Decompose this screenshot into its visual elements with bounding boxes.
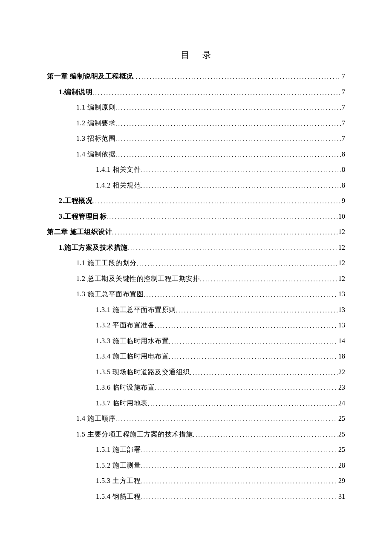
toc-entry-leader xyxy=(141,479,337,485)
toc-entry-label: 1.5.2 施工测量 xyxy=(96,462,141,469)
toc-entry-page: 8 xyxy=(341,151,345,158)
toc-entry: 1.1 编制原则7 xyxy=(47,104,345,111)
toc-entry-label: 1.3 施工总平面布置图 xyxy=(76,291,144,298)
toc-entry: 1.3.6 临时设施布置23 xyxy=(47,384,345,391)
toc-entry-leader xyxy=(169,339,337,345)
toc-entry-leader xyxy=(141,448,337,454)
toc-entry: 1.施工方案及技术措施12 xyxy=(47,244,345,251)
toc-entry-page: 22 xyxy=(337,369,345,376)
toc-entry-label: 1.3.3 施工临时用水布置 xyxy=(96,338,169,344)
toc-entry-leader xyxy=(92,199,341,205)
toc-entry-label: 1.4.2 相关规范 xyxy=(96,182,141,189)
toc-entry-page: 9 xyxy=(341,197,345,204)
toc-entry-leader xyxy=(115,121,341,127)
toc-entry-page: 7 xyxy=(341,73,345,80)
toc-entry-leader xyxy=(115,136,341,142)
toc-entry-page: 7 xyxy=(341,135,345,142)
toc-entry: 1.5.4 钢筋工程31 xyxy=(47,493,345,500)
toc-entry: 1.3 施工总平面布置图13 xyxy=(47,291,345,298)
toc-entry: 1.3.5 现场临时道路及交通组织22 xyxy=(47,369,345,376)
toc-entry-leader xyxy=(141,463,337,469)
toc-entry-label: 1.2 编制要求 xyxy=(76,120,115,127)
toc-entry-leader xyxy=(137,261,338,267)
toc-entry-label: 1.3.4 施工临时用电布置 xyxy=(96,353,169,360)
toc-entry-page: 12 xyxy=(337,260,345,266)
toc-entry-leader xyxy=(115,152,341,158)
toc-entry-leader xyxy=(155,385,337,391)
toc-entry-label: 1.5.4 钢筋工程 xyxy=(96,493,141,500)
toc-entry-leader xyxy=(107,214,337,220)
toc-entry-leader xyxy=(133,74,341,80)
toc-entry-label: 1.5 主要分项工程施工方案的技术措施 xyxy=(76,431,193,438)
toc-entry: 第一章 编制说明及工程概况7 xyxy=(47,73,345,80)
toc-entry-page: 13 xyxy=(337,322,345,329)
toc-entry: 2.工程概况9 xyxy=(47,197,345,204)
toc-entry: 1.4 施工顺序25 xyxy=(47,415,345,422)
toc-entry-label: 3.工程管理目标 xyxy=(59,213,107,220)
toc-entry-leader xyxy=(190,370,338,376)
toc-entry-page: 31 xyxy=(337,493,345,500)
toc-entry-page: 25 xyxy=(337,431,345,438)
toc-entry-leader xyxy=(141,183,341,189)
toc-entry-page: 8 xyxy=(341,182,345,189)
toc-entry-page: 10 xyxy=(337,213,345,220)
toc-entry: 1.2 总工期及关键性的控制工程工期安排12 xyxy=(47,275,345,282)
toc-entry-label: 1.3.6 临时设施布置 xyxy=(96,384,155,391)
toc-entry-page: 18 xyxy=(337,353,345,360)
toc-entry-leader xyxy=(115,416,337,422)
toc-entry-label: 1.2 总工期及关键性的控制工程工期安排 xyxy=(76,275,200,282)
toc-entry-leader xyxy=(141,168,341,173)
toc-entry-page: 7 xyxy=(341,120,345,127)
toc-entry-label: 1.4 施工顺序 xyxy=(76,415,115,422)
toc-entry: 1.5 主要分项工程施工方案的技术措施25 xyxy=(47,431,345,438)
toc-entry: 1.编制说明7 xyxy=(47,89,345,95)
toc-entry-leader xyxy=(176,308,338,314)
toc-entry-leader xyxy=(155,323,337,329)
toc-entry-leader xyxy=(193,432,338,438)
toc-entry-label: 1.1 施工工段的划分 xyxy=(76,260,137,266)
toc-entry-label: 1.5.1 施工部署 xyxy=(96,446,141,453)
toc-entry-label: 第二章 施工组织设计 xyxy=(47,228,112,235)
toc-entry: 1.3.2 平面布置准备13 xyxy=(47,322,345,329)
toc-entry: 1.3.7 临时用地表24 xyxy=(47,400,345,407)
toc-entry-label: 1.1 编制原则 xyxy=(76,104,115,111)
toc-entry-label: 1.3.2 平面布置准备 xyxy=(96,322,155,329)
toc-entry: 1.5.3 土方工程29 xyxy=(47,477,345,484)
toc-entry-label: 1.3.7 临时用地表 xyxy=(96,400,148,407)
toc-entry-label: 1.4 编制依据 xyxy=(76,151,115,158)
toc-entry-label: 1.施工方案及技术措施 xyxy=(59,244,128,251)
toc-entry-page: 7 xyxy=(341,89,345,95)
toc-entry-leader xyxy=(115,105,341,111)
toc-entry-page: 12 xyxy=(337,244,345,251)
toc-entry: 1.4.2 相关规范8 xyxy=(47,182,345,189)
toc-entry: 1.4 编制依据8 xyxy=(47,151,345,158)
toc-entry-label: 1.3.5 现场临时道路及交通组织 xyxy=(96,369,190,376)
toc-entry: 第二章 施工组织设计12 xyxy=(47,228,345,235)
toc-entry-page: 29 xyxy=(337,477,345,484)
toc-entry-leader xyxy=(144,292,337,298)
toc-entry-leader xyxy=(112,230,337,236)
toc-entry-page: 7 xyxy=(341,104,345,111)
toc-entry-page: 13 xyxy=(337,291,345,298)
toc-entry-label: 2.工程概况 xyxy=(59,197,92,204)
toc-entry-page: 8 xyxy=(341,166,345,173)
toc-entry-leader xyxy=(141,494,337,500)
toc-entry-label: 1.3 招标范围 xyxy=(76,135,115,142)
toc-entry: 1.1 施工工段的划分12 xyxy=(47,260,345,266)
toc-entry-page: 24 xyxy=(337,400,345,407)
toc-title: 目录 xyxy=(47,49,345,61)
toc-entry-page: 12 xyxy=(337,275,345,282)
toc-entry-leader xyxy=(200,277,337,283)
toc-entry: 1.4.1 相关文件8 xyxy=(47,166,345,173)
toc-entry-page: 14 xyxy=(337,338,345,344)
toc-entry-label: 1.4.1 相关文件 xyxy=(96,166,141,173)
toc-entry-leader xyxy=(169,354,337,360)
toc-entry: 1.3 招标范围7 xyxy=(47,135,345,142)
toc-entry: 1.5.1 施工部署25 xyxy=(47,446,345,453)
toc-entry-leader xyxy=(92,90,341,96)
toc-entry: 3.工程管理目标10 xyxy=(47,213,345,220)
toc-entry-page: 23 xyxy=(337,384,345,391)
toc-entry: 1.5.2 施工测量28 xyxy=(47,462,345,469)
toc-list: 第一章 编制说明及工程概况71.编制说明71.1 编制原则71.2 编制要求71… xyxy=(47,73,345,500)
toc-entry-page: 28 xyxy=(337,462,345,469)
